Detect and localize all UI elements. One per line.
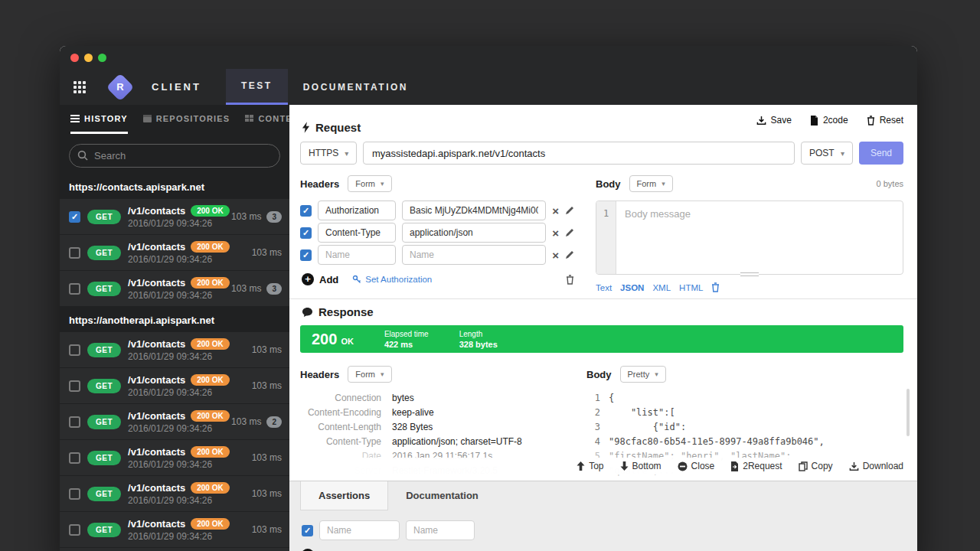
format-json-link[interactable]: JSON [620,283,644,292]
remove-header-icon[interactable] [552,249,559,261]
header-name-input[interactable] [318,201,396,220]
tab-documentation[interactable]: DOCUMENTATION [288,69,423,105]
body-mode-select[interactable]: Form [629,175,673,192]
format-text-link[interactable]: Text [596,283,612,292]
body-editor[interactable]: 1 Body message [596,201,903,275]
close-window-button[interactable] [70,54,79,62]
headers-mode-select[interactable]: Form [348,175,391,192]
history-item[interactable]: GET /v1/contacts200 OK 2016/01/29 09:34:… [60,404,289,439]
assertion-name-input[interactable] [319,520,400,540]
format-xml-link[interactable]: XML [652,283,671,292]
request-path: /v1/contacts [128,205,185,217]
box-icon [143,115,152,122]
clear-body-icon[interactable] [711,282,720,292]
status-code: 200 [312,331,337,348]
maximize-window-button[interactable] [98,54,106,62]
response-section-title: Response [302,305,374,318]
assertion-value-input[interactable] [406,520,475,540]
header-value-input[interactable] [402,223,546,243]
top-navbar: R CLIENT TEST DOCUMENTATION [60,69,917,105]
edit-header-icon[interactable] [565,206,574,215]
set-authorization-link[interactable]: Set Authorization [352,275,432,284]
history-item[interactable]: GET /v1/contacts200 OK 2016/01/29 09:34:… [60,512,289,547]
tab-documentation-panel[interactable]: Documentation [388,481,496,510]
section-divider [289,298,917,299]
history-item-checkbox[interactable] [69,380,80,392]
history-item-checkbox[interactable] [69,488,80,500]
response-status-bar: 200 OK Elapsed time 422 ms Length 328 by… [300,325,903,353]
history-item-checkbox[interactable] [69,283,80,295]
history-item-checkbox[interactable] [69,211,80,223]
header-checkbox[interactable] [300,205,312,217]
response-body-label: Body [586,369,612,380]
copy-button[interactable]: Copy [799,461,833,471]
download-icon [849,461,859,471]
response-body-mode-select[interactable]: Pretty [620,366,666,383]
request-date: 2016/01/29 09:34:26 [128,495,245,506]
to-request-button[interactable]: 2Request [730,461,782,471]
body-section-label: Body [596,178,621,190]
edit-header-icon[interactable] [565,250,574,259]
response-header-value: bytes [392,391,414,406]
response-body-mode-value: Pretty [628,370,650,379]
history-item[interactable]: GET /v1/contacts200 OK 2016/01/29 09:34:… [60,332,289,367]
to-code-button[interactable]: 2code [810,115,848,126]
minimize-window-button[interactable] [84,54,93,62]
brand-label: CLIENT [152,81,201,93]
sidebar-tab-repositories[interactable]: REPOSITORIES [143,105,230,134]
history-item-checkbox[interactable] [69,524,80,536]
search-input[interactable] [69,144,280,168]
header-row [300,245,574,265]
remove-header-icon[interactable] [552,227,559,239]
scroll-bottom-button[interactable]: Bottom [620,461,662,471]
add-header-button[interactable]: Add [302,273,338,285]
download-button[interactable]: Download [849,461,903,471]
history-item[interactable]: GET /v1/contacts200 OK 2016/01/29 09:34:… [60,199,289,234]
url-input[interactable] [363,142,795,165]
response-headers-label: Headers [300,369,339,380]
response-headers-mode-select[interactable]: Form [348,366,391,383]
sidebar-tab-history[interactable]: HISTORY [70,105,128,134]
send-button[interactable]: Send [859,142,903,165]
save-button[interactable]: Save [756,115,792,126]
tab-test[interactable]: TEST [226,69,288,105]
header-value-input[interactable] [402,201,546,220]
history-item[interactable]: GET /v1/contacts200 OK 2016/01/29 09:34:… [60,548,289,551]
key-icon [352,275,361,284]
scrollbar[interactable] [906,389,910,436]
history-item-checkbox[interactable] [69,247,80,259]
history-item[interactable]: GET /v1/contacts200 OK 2016/01/29 09:34:… [60,476,289,511]
history-item[interactable]: GET /v1/contacts200 OK 2016/01/29 09:34:… [60,271,289,306]
scroll-top-button[interactable]: Top [577,461,603,471]
reset-button[interactable]: Reset [867,115,903,126]
line-number: 1 [586,391,600,406]
app-grid-icon[interactable] [74,81,86,93]
assertion-checkbox[interactable] [302,525,313,536]
header-checkbox[interactable] [300,227,312,239]
history-item-checkbox[interactable] [69,416,80,428]
resize-handle[interactable] [740,272,759,276]
edit-header-icon[interactable] [565,228,574,237]
history-item-checkbox[interactable] [69,344,80,356]
history-item[interactable]: GET /v1/contacts200 OK 2016/01/29 09:34:… [60,440,289,475]
history-item[interactable]: GET /v1/contacts200 OK 2016/01/29 09:34:… [60,368,289,403]
method-select[interactable]: POST [801,142,853,165]
history-item[interactable]: GET /v1/contacts200 OK 2016/01/29 09:34:… [60,235,289,270]
remove-header-icon[interactable] [552,205,559,217]
header-checkbox[interactable] [300,249,312,261]
format-html-link[interactable]: HTML [679,283,703,292]
bolt-icon [302,122,310,133]
reset-label: Reset [880,115,903,126]
response-headers-mode-value: Form [355,370,375,379]
request-date: 2016/01/29 09:34:26 [128,290,224,301]
history-item-checkbox[interactable] [69,452,80,464]
tab-assertions[interactable]: Assertions [300,481,388,510]
scheme-select[interactable]: HTTPS [300,142,357,165]
header-value-input[interactable] [402,245,546,265]
delete-headers-icon[interactable] [566,275,574,285]
sidebar-tab-label: HISTORY [84,114,128,123]
header-name-input[interactable] [318,223,396,243]
close-response-button[interactable]: Close [678,461,715,471]
header-name-input[interactable] [318,245,396,265]
host-group-header: https://contacts.apispark.net [60,174,289,199]
